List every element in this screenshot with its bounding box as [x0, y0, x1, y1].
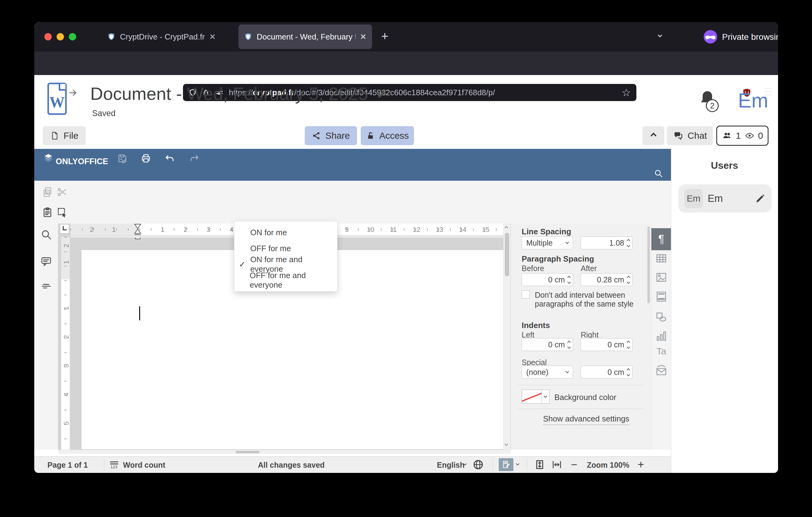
language-selector[interactable]: English	[437, 461, 464, 469]
bookmark-star-icon[interactable]: ☆	[622, 86, 631, 99]
paragraph-settings-tab[interactable]: ¶	[651, 228, 671, 250]
ruler-ticks	[64, 237, 67, 450]
user-list-item: Em Em	[678, 184, 772, 213]
tab-title: Document - Wed, February 5, 20	[257, 32, 355, 42]
cut-icon[interactable]	[56, 186, 68, 198]
menu-item[interactable]: OFF for me	[234, 240, 337, 256]
indent-right-spinner[interactable]: 0 cm	[581, 338, 632, 351]
special-amount-spinner[interactable]: 0 cm	[581, 366, 632, 379]
close-window-button[interactable]	[45, 33, 52, 40]
tab-close-icon[interactable]: ✕	[360, 32, 367, 42]
chat-button[interactable]: Chat	[667, 126, 713, 145]
tab-close-icon[interactable]: ✕	[209, 32, 216, 42]
edit-title-pencil-icon[interactable]	[377, 88, 388, 99]
panel-scrollbar[interactable]	[647, 225, 650, 448]
mail-merge-settings-tab[interactable]	[655, 365, 668, 378]
tab-document-active[interactable]: Document - Wed, February 5, 20 ✕	[238, 25, 372, 49]
copy-icon[interactable]	[41, 186, 53, 198]
background-color-dropdown[interactable]	[542, 389, 550, 404]
list-tabs-chevron-icon[interactable]	[658, 33, 662, 37]
background-color-swatch[interactable]	[522, 389, 542, 404]
users-panel-title: Users	[671, 160, 778, 171]
chart-settings-tab[interactable]	[655, 330, 668, 343]
collapse-toolbar-button[interactable]	[642, 126, 664, 145]
horizontal-scrollbar[interactable]	[58, 450, 510, 454]
share-icon	[312, 131, 321, 141]
spacing-after-spinner[interactable]: 0.28 cm	[581, 273, 632, 286]
indent-left-spinner[interactable]: 0 cm	[522, 338, 573, 351]
vertical-scrollbar[interactable]	[503, 224, 510, 450]
print-icon[interactable]	[141, 153, 151, 164]
scroll-up-icon[interactable]	[504, 226, 508, 229]
find-icon[interactable]	[40, 228, 52, 241]
navigation-headings-icon[interactable]	[40, 280, 52, 293]
file-menu-button[interactable]: File	[43, 126, 86, 145]
fit-width-icon[interactable]	[551, 459, 562, 470]
menu-item[interactable]: ✓ ON for me and everyone	[234, 256, 337, 272]
presence-badge[interactable]: 1 0	[716, 126, 768, 146]
scrollbar-thumb[interactable]	[647, 227, 650, 303]
edit-user-pencil-icon[interactable]	[755, 193, 765, 204]
tab-cryptdrive[interactable]: CryptDrive - CryptPad.fr ✕	[102, 25, 239, 49]
spinner-arrows[interactable]	[627, 369, 630, 376]
indent-marker[interactable]	[134, 223, 141, 241]
vertical-ruler[interactable]: 21 123456	[61, 237, 70, 450]
table-settings-tab[interactable]	[655, 252, 668, 265]
spellcheck-globe-icon[interactable]	[472, 459, 484, 470]
account-avatar[interactable]: Em	[738, 89, 768, 112]
undo-icon[interactable]	[165, 154, 175, 164]
save-icon[interactable]	[117, 153, 127, 164]
check-icon: ✓	[234, 260, 250, 269]
header-footer-settings-tab[interactable]	[655, 290, 668, 303]
viewers-eye-icon	[744, 131, 755, 140]
chat-icon	[673, 131, 683, 141]
tab-title: CryptDrive - CryptPad.fr	[120, 32, 205, 42]
redo-icon[interactable]	[190, 154, 199, 164]
comments-icon[interactable]	[40, 255, 52, 268]
spacing-before-spinner[interactable]: 0 cm	[522, 273, 573, 286]
tab-stop-selector[interactable]	[60, 224, 69, 234]
minimize-window-button[interactable]	[57, 33, 64, 40]
spinner-arrows[interactable]	[627, 341, 630, 348]
fit-page-icon[interactable]	[534, 459, 545, 470]
spinner-arrows[interactable]	[627, 276, 630, 283]
zoom-in-button[interactable]: +	[638, 458, 644, 471]
scrollbar-thumb[interactable]	[236, 451, 259, 453]
menu-item[interactable]: ON for me	[234, 224, 337, 240]
chevron-down-icon	[544, 394, 547, 398]
new-tab-button[interactable]: +	[381, 29, 388, 43]
ruler-number: 15	[482, 226, 488, 234]
scrollbar-thumb[interactable]	[505, 233, 509, 276]
text-art-settings-tab[interactable]: Ta	[655, 346, 668, 356]
page-indicator[interactable]: Page 1 of 1	[48, 461, 88, 469]
menu-item[interactable]: OFF for me and everyone	[234, 272, 337, 288]
spinner-arrows[interactable]	[568, 276, 570, 283]
maximize-window-button[interactable]	[69, 33, 76, 40]
track-changes-status-toggle[interactable]	[499, 458, 513, 471]
after-label: After	[581, 264, 597, 273]
interval-checkbox[interactable]	[522, 290, 530, 299]
line-spacing-select[interactable]: Multiple	[522, 237, 573, 249]
scroll-down-icon[interactable]	[504, 442, 508, 446]
show-advanced-settings-link[interactable]: Show advanced settings	[543, 414, 629, 425]
spinner-arrows[interactable]	[568, 341, 570, 348]
image-settings-tab[interactable]	[655, 271, 668, 283]
spinner-arrows[interactable]	[627, 240, 630, 247]
ruler-number: 4	[229, 226, 235, 234]
forward-icon[interactable]	[68, 88, 78, 98]
special-select[interactable]: (none)	[522, 366, 573, 379]
share-button[interactable]: Share	[305, 126, 357, 145]
word-count-button[interactable]: Word count	[123, 461, 165, 469]
paste-icon[interactable]	[41, 207, 53, 218]
editor-search-icon[interactable]	[654, 168, 663, 178]
line-spacing-amount[interactable]: 1.08	[581, 237, 632, 249]
shape-settings-tab[interactable]	[655, 311, 668, 323]
document-title[interactable]: Document - Wed, February 5, 2025	[90, 83, 388, 104]
zoom-out-button[interactable]: −	[571, 458, 577, 471]
svg-text:123: 123	[111, 465, 117, 469]
extensions-puzzle-icon[interactable]	[719, 88, 730, 98]
select-all-icon[interactable]	[56, 207, 68, 218]
save-status: Saved	[92, 109, 116, 118]
browser-window: CryptDrive - CryptPad.fr ✕ Document - We…	[34, 22, 778, 473]
access-button[interactable]: Access	[361, 126, 414, 145]
